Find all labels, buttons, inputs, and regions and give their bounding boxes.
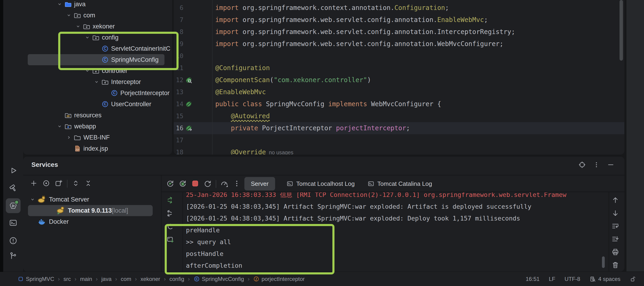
breadcrumb-separator: ›	[58, 276, 60, 282]
chevron-down-icon[interactable]	[75, 23, 83, 30]
breadcrumb-main[interactable]: main	[80, 276, 92, 282]
tree-item-content: CPorjectInterceptor	[23, 89, 170, 97]
gauge-button[interactable]	[220, 179, 229, 189]
breadcrumb-springmvcconfig[interactable]: CSpringMvcConfig	[194, 276, 244, 282]
console-scrollbar[interactable]	[602, 256, 605, 268]
editor[interactable]: 6789101112131415161718 import org.spring…	[174, 0, 624, 155]
gutter-spring-autowire[interactable]	[185, 122, 194, 134]
redeploy-button[interactable]	[203, 179, 212, 189]
rerun-button[interactable]	[166, 179, 175, 189]
docker-icon	[38, 217, 46, 226]
tree-item-label: com	[84, 12, 95, 19]
tab-tomcat-catalina-log[interactable]: Tomcat Catalina Log	[366, 177, 434, 190]
chevron-down-icon[interactable]	[56, 123, 64, 129]
status-write-access[interactable]	[630, 276, 636, 282]
spring-scan-icon[interactable]	[185, 76, 193, 84]
rerun-debug-icon	[178, 179, 187, 188]
tab-tomcat-localhost-log[interactable]: Tomcat Localhost Log	[285, 177, 356, 190]
scrollend-lines-button[interactable]	[611, 235, 620, 244]
status-indent[interactable]: 4 spaces	[590, 276, 620, 282]
tool-stripe-build-button[interactable]	[6, 181, 20, 196]
collapse-all-button[interactable]	[84, 179, 92, 188]
chevron-down-icon[interactable]	[30, 196, 38, 203]
breadcrumb-springmvc[interactable]: SpringMVC	[18, 276, 54, 282]
stop-button[interactable]	[191, 179, 200, 189]
chevron-down-icon[interactable]	[56, 1, 64, 8]
status-encoding[interactable]: UTF-8	[564, 276, 580, 282]
rerun-debug-button[interactable]	[178, 179, 187, 189]
spring-bean-icon[interactable]	[185, 100, 193, 108]
tree-item-content: webapp	[23, 123, 96, 130]
new-tab-icon	[54, 179, 63, 187]
breadcrumb-com[interactable]: com	[121, 276, 131, 282]
tool-stripe-version-control-button[interactable]	[6, 248, 20, 263]
tree-item-web-inf[interactable]: WEB-INF	[23, 132, 172, 143]
annotation-box-console-output	[165, 224, 334, 274]
kebab-button[interactable]	[232, 179, 241, 189]
kebab-button[interactable]	[592, 161, 600, 170]
status-line-ending[interactable]: LF	[549, 276, 555, 282]
tool-stripe-terminal-button[interactable]	[6, 215, 20, 230]
editor-scrollbar[interactable]	[620, 0, 623, 61]
line-number-18: 18	[174, 146, 184, 155]
service-item-tomcat-server[interactable]: Tomcat Server	[23, 194, 161, 205]
arrow-down-button[interactable]	[611, 209, 620, 218]
tree-item-xekoner[interactable]: xekoner	[23, 21, 172, 32]
target-button[interactable]	[42, 179, 50, 188]
tool-stripe-services-button[interactable]	[6, 198, 20, 213]
tree-item-usercontroller[interactable]: CUserController	[23, 99, 172, 110]
chevron-down-icon[interactable]	[66, 12, 74, 19]
expand-all-button[interactable]	[72, 179, 80, 188]
code-token: @Configuration	[215, 64, 270, 72]
code-line-14: public class SpringMvcConfig implements …	[215, 98, 618, 110]
gutter-empty	[185, 14, 194, 26]
status-caret-position[interactable]: 16:51	[526, 276, 540, 282]
wrap-green-button[interactable]	[166, 196, 175, 205]
breadcrumb-java[interactable]: java	[102, 276, 112, 282]
service-item-label: Tomcat 9.0.113	[68, 207, 112, 214]
spring-autowire-icon[interactable]	[185, 124, 193, 132]
crosshair-button[interactable]	[578, 161, 586, 170]
breadcrumb-xekoner[interactable]: xekoner	[140, 276, 160, 282]
service-item-docker[interactable]: Docker	[23, 216, 161, 227]
minimize-button[interactable]	[607, 161, 615, 170]
field-sm-icon: f	[253, 276, 260, 282]
breadcrumb-src[interactable]: src	[64, 276, 71, 282]
code-line-10	[215, 50, 618, 62]
gutter-spring-scan[interactable]	[185, 74, 194, 86]
module-icon	[18, 276, 24, 282]
tool-stripe-problems-button[interactable]	[6, 233, 20, 248]
tree-item-com[interactable]: com	[23, 10, 172, 21]
trash-button[interactable]	[611, 261, 620, 270]
tree-item-content: CUserController	[23, 100, 151, 108]
arrow-up-button[interactable]	[611, 196, 620, 205]
tree-item-resources[interactable]: resources	[23, 110, 172, 121]
code-area[interactable]: import org.springframework.context.annot…	[215, 2, 618, 155]
plus-button[interactable]	[30, 179, 38, 188]
gutter-spring-bean[interactable]	[185, 98, 194, 110]
breadcrumb-label: java	[102, 276, 112, 282]
code-token: import	[215, 16, 242, 24]
tree-item-label: PorjectInterceptor	[120, 90, 170, 97]
tool-stripe-run-button[interactable]	[6, 163, 20, 178]
chevron-down-icon[interactable]	[94, 79, 102, 85]
breadcrumb-porjectinterceptor[interactable]: fporjectInterceptor	[253, 276, 305, 282]
gutter-empty	[185, 62, 194, 74]
tree-item-java[interactable]: java	[23, 0, 172, 10]
run-icon	[9, 166, 18, 175]
printer-button[interactable]	[611, 248, 620, 257]
tree-item-webapp[interactable]: webapp	[23, 121, 172, 132]
tree-item-interceptor[interactable]: Interceptor	[23, 76, 172, 87]
tree-item-index-jsp[interactable]: JSPindex.jsp	[23, 143, 172, 154]
tree-item-porjectinterceptor[interactable]: CPorjectInterceptor	[23, 87, 172, 99]
kebab-icon	[592, 161, 600, 169]
service-item-tomcat-9-0-113[interactable]: Tomcat 9.0.113 [local]	[23, 205, 161, 216]
chevron-right-icon[interactable]	[66, 134, 74, 141]
tab-server[interactable]: Server	[244, 177, 275, 190]
softwrap-lines-button[interactable]	[611, 222, 620, 231]
new-tab-button[interactable]	[54, 179, 63, 188]
code-token	[215, 148, 231, 155]
breadcrumb-config[interactable]: config	[170, 276, 184, 282]
wrap-gray-button[interactable]	[166, 209, 175, 218]
tab-label: Server	[251, 180, 269, 187]
